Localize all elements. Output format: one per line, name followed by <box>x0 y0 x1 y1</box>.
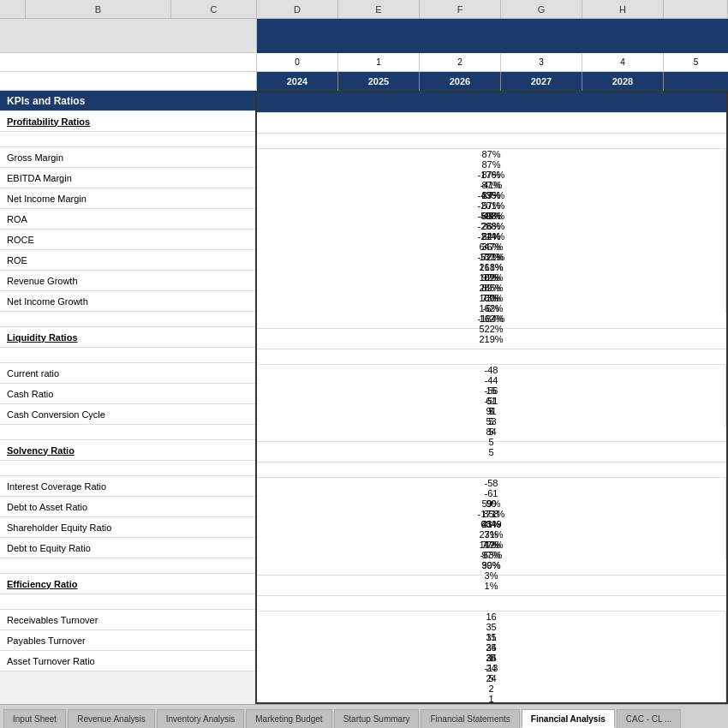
section-header-label: Profitability Ratios <box>0 111 255 132</box>
section-header-label: Liquidity Ratios <box>0 327 255 348</box>
data-cell: 1 <box>257 653 726 663</box>
spreadsheet-tab[interactable]: Marketing Budget <box>246 709 331 728</box>
spreadsheet-title <box>257 19 728 53</box>
data-cell: -176% <box>257 170 726 180</box>
data-cell: 1 <box>257 694 726 704</box>
num-5: 5 <box>664 53 728 72</box>
data-row: -521%268%132%89%73% <box>257 252 726 272</box>
spreadsheet-tab[interactable]: Financial Statements <box>421 709 519 728</box>
data-cell: -288% <box>257 221 726 231</box>
data-label-row: ROE <box>0 250 255 271</box>
data-cell: 87% <box>257 159 726 170</box>
spreadsheet-tab[interactable]: Revenue Analysis <box>68 709 155 728</box>
data-cell: 647% <box>257 242 726 252</box>
data-label-row: ROCE <box>0 230 255 250</box>
kpi-header-row <box>257 92 726 113</box>
empty-data-row <box>257 349 726 365</box>
col-e-header: E <box>338 0 420 18</box>
data-cell: 0% <box>257 272 726 283</box>
data-cell: -171% <box>257 509 726 519</box>
row-labels: KPIs and RatiosProfitability RatiosGross… <box>0 91 257 704</box>
year-2025: 2025 <box>338 72 420 91</box>
data-cell: -48 <box>257 365 726 375</box>
data-cell: 2 <box>257 683 726 694</box>
data-label-row: Debt to Equity Ratio <box>0 538 255 558</box>
col-h-header: H <box>582 0 664 18</box>
data-cell: 41% <box>257 519 726 529</box>
data-row: -598%-288%24%36%72% <box>257 211 726 231</box>
data-row: -58-61908586849 <box>257 478 726 498</box>
data-cell: -51 <box>257 396 726 406</box>
year-2027: 2027 <box>501 72 582 91</box>
spreadsheet: B C D E F G H 0 1 2 3 4 5 2024 2025 2026… <box>0 0 728 728</box>
tab-bar: Input SheetRevenue AnalysisInventory Ana… <box>0 704 728 728</box>
year-2024: 2024 <box>257 72 338 91</box>
data-cell: -435% <box>257 190 726 200</box>
num-2: 2 <box>420 53 501 72</box>
data-row: 1124242424 <box>257 632 726 653</box>
col-f-header: F <box>420 0 501 18</box>
data-cell: 5 <box>257 406 726 416</box>
data-cell: -6% <box>257 303 726 313</box>
year-spacer <box>0 72 257 91</box>
spreadsheet-tab[interactable]: Startup Summary <box>334 709 420 728</box>
data-grid: 87%87%87%87%87%-176%-41%29%57%69%-435%-2… <box>257 91 728 704</box>
spreadsheet-tab[interactable]: Input Sheet <box>3 709 66 728</box>
data-cell: 268% <box>257 262 726 272</box>
col-d-header: D <box>257 0 338 18</box>
empty-data-row <box>257 462 726 478</box>
data-row: 87%87%87%87%87% <box>257 149 726 170</box>
year-label-row: 2024 2025 2026 2027 2028 <box>0 72 728 91</box>
data-cell: -13 <box>257 663 726 673</box>
spreadsheet-tab[interactable]: CAC - CL ... <box>617 709 682 728</box>
data-label-row: Cash Conversion Cycle <box>0 404 255 425</box>
data-label-row: ROA <box>0 209 255 230</box>
data-label-row: Debt to Asset Ratio <box>0 497 255 517</box>
data-row: 1-13521 <box>257 653 726 673</box>
empty-data-row <box>257 596 726 612</box>
data-cell: 5 <box>257 673 726 683</box>
data-label-row: Net Income Growth <box>0 291 255 312</box>
data-cell: 16 <box>257 612 726 622</box>
data-cell: -63% <box>257 550 726 560</box>
data-row: 142%-63%30%3%1% <box>257 540 726 560</box>
data-cell: 59% <box>257 498 726 509</box>
data-cell: 35 <box>257 622 726 632</box>
data-cell: 285% <box>257 283 726 293</box>
empty-label-row <box>0 132 255 147</box>
data-row: 1635353535 <box>257 612 726 632</box>
year-extra <box>664 72 728 91</box>
empty-label-row <box>0 558 255 574</box>
empty-label-row <box>0 594 255 610</box>
spreadsheet-tab[interactable]: Financial Analysis <box>522 709 615 728</box>
data-label-row: Payables Turnover <box>0 630 255 651</box>
num-0: 0 <box>257 53 338 72</box>
data-label-row: Net Income Margin <box>0 188 255 209</box>
data-label-row: Revenue Growth <box>0 271 255 291</box>
data-label-row: Cash Ratio <box>0 384 255 404</box>
data-label-row: Gross Margin <box>0 147 255 168</box>
data-row: -48-44156191 <box>257 365 726 385</box>
data-cell: 0% <box>257 293 726 303</box>
year-2028: 2028 <box>582 72 664 91</box>
data-label-row: Interest Coverage Ratio <box>0 476 255 497</box>
data-cell: -44 <box>257 375 726 385</box>
data-cell: 271% <box>257 529 726 540</box>
data-label-row: Asset Turnover Ratio <box>0 651 255 671</box>
num-1: 1 <box>338 53 420 72</box>
data-label-row: Current ratio <box>0 363 255 384</box>
data-label-row: Receivables Turnover <box>0 610 255 630</box>
col-g-header: G <box>501 0 582 18</box>
data-cell: -58 <box>257 478 726 488</box>
data-cell: -214% <box>257 231 726 242</box>
data-cell: -521% <box>257 252 726 262</box>
data-cell: 142% <box>257 540 726 550</box>
data-row: -56-5175384 <box>257 385 726 406</box>
spreadsheet-tab[interactable]: Inventory Analysis <box>157 709 245 728</box>
col-rest-header <box>664 0 728 18</box>
year-2026: 2026 <box>420 72 501 91</box>
data-cell: -41% <box>257 180 726 190</box>
num-spacer <box>0 53 257 72</box>
col-b-header: B <box>26 0 171 18</box>
data-row: 55555 <box>257 406 726 427</box>
